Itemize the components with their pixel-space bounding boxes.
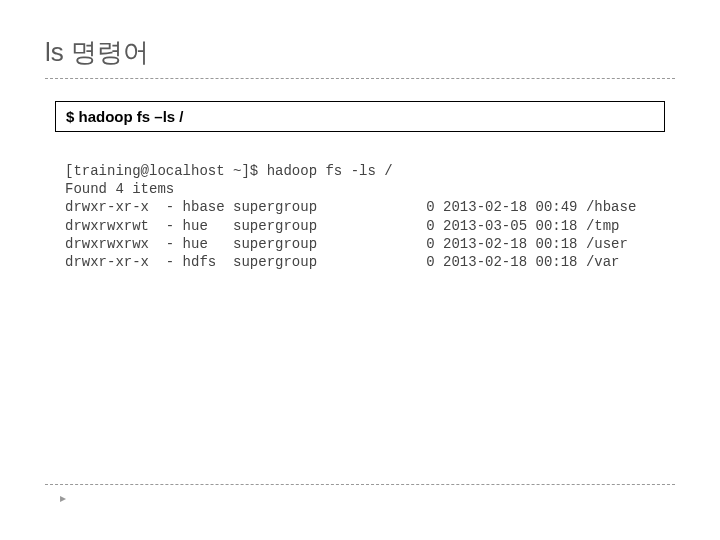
footer-marker: ▸ (60, 491, 675, 505)
title-divider (45, 78, 675, 79)
footer-area: ▸ (45, 484, 675, 505)
footer-divider (45, 484, 675, 485)
terminal-output: [training@localhost ~]$ hadoop fs -ls / … (65, 162, 675, 271)
page-title: ls 명령어 (45, 35, 675, 70)
command-box: $ hadoop fs –ls / (55, 101, 665, 132)
